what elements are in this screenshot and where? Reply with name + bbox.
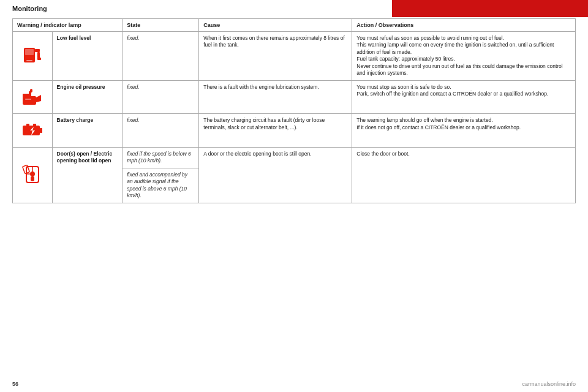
table-row: Door(s) open / Electric opening boot lid… <box>13 147 576 203</box>
icon-cell-door <box>13 147 53 203</box>
state-fuel: fixed. <box>123 32 199 81</box>
action-door: Close the door or boot. <box>352 147 576 203</box>
page-header: Monitoring <box>0 0 588 15</box>
warning-label-oil: Engine oil pressure <box>52 80 123 113</box>
svg-point-20 <box>30 172 35 176</box>
state-oil: fixed. <box>123 80 199 113</box>
cause-battery: The battery charging circuit has a fault… <box>199 114 352 147</box>
warning-label-door: Door(s) open / Electric opening boot lid… <box>52 147 123 203</box>
col-header-cause: Cause <box>199 19 352 32</box>
warning-label-fuel: Low fuel level <box>52 32 123 81</box>
svg-rect-13 <box>40 128 42 133</box>
action-oil: You must stop as soon it is safe to do s… <box>352 80 576 113</box>
site-label: carmanualsonline.info <box>522 381 576 387</box>
fuel-icon <box>20 43 45 67</box>
table-row: Low fuel level fixed. When it first come… <box>13 32 576 81</box>
oil-pressure-icon <box>20 84 45 108</box>
table-row: Battery charge fixed. The battery chargi… <box>13 114 576 147</box>
col-header-icon: Warning / indicator lamp <box>13 19 123 32</box>
icon-cell-fuel <box>13 32 53 81</box>
warning-label-battery: Battery charge <box>52 114 123 147</box>
battery-charge-icon <box>20 117 45 141</box>
svg-rect-2 <box>35 49 40 52</box>
cause-fuel: When it first comes on there remains app… <box>199 32 352 81</box>
svg-rect-3 <box>37 52 40 58</box>
icon-cell-oil <box>13 80 53 113</box>
svg-rect-5 <box>26 60 32 61</box>
state-door-part1: fixed if the speed is below 6 mph (10 km… <box>123 148 198 168</box>
icon-cell-battery <box>13 114 53 147</box>
state-door-part2: fixed and accompanied by an audible sign… <box>123 168 198 203</box>
svg-rect-1 <box>25 49 34 55</box>
svg-point-11 <box>30 89 32 92</box>
col-header-state: State <box>123 19 199 32</box>
action-fuel: You must refuel as soon as possible to a… <box>352 32 576 81</box>
col-header-action: Action / Observations <box>352 19 576 32</box>
svg-rect-21 <box>31 176 34 181</box>
warning-table: Warning / indicator lamp State Cause Act… <box>12 18 576 203</box>
cause-oil: There is a fault with the engine lubrica… <box>199 80 352 113</box>
state-door: fixed if the speed is below 6 mph (10 km… <box>123 147 199 203</box>
svg-rect-4 <box>37 58 41 60</box>
page-title: Monitoring <box>12 5 47 12</box>
svg-marker-9 <box>36 95 41 102</box>
page-number: 56 <box>12 381 18 387</box>
table-row: Engine oil pressure fixed. There is a fa… <box>13 80 576 113</box>
page-footer: 56 <box>12 381 18 387</box>
cause-door: A door or the electric opening boot is s… <box>199 147 352 203</box>
door-open-icon <box>20 162 45 186</box>
main-content: Warning / indicator lamp State Cause Act… <box>0 15 588 207</box>
action-battery: The warning lamp should go off when the … <box>352 114 576 147</box>
svg-rect-15 <box>33 124 36 126</box>
header-accent-bar <box>392 0 588 17</box>
svg-rect-10 <box>25 99 31 100</box>
svg-rect-6 <box>23 96 36 105</box>
svg-rect-14 <box>26 124 29 126</box>
state-battery: fixed. <box>123 114 199 147</box>
